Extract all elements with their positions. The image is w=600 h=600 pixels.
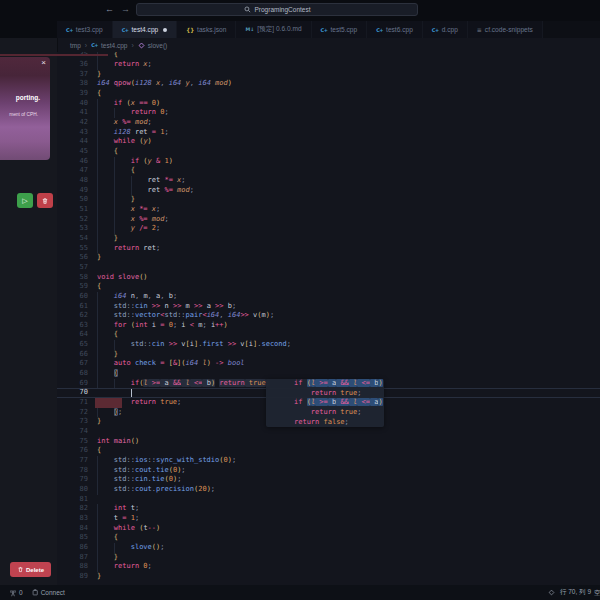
code-line[interactable]: 49 ret %= mod; [57,186,600,196]
back-arrow-icon[interactable]: ← [105,2,114,16]
code-line[interactable]: 43 i128 ret = 1; [57,128,600,138]
play-icon: ▷ [22,197,27,205]
code-line[interactable]: 38i64 qpow(i128 x, i64 y, i64 mod) [57,79,600,89]
code-line[interactable]: 59{ [57,282,600,292]
tab-cf.code-snippets[interactable]: ≡cf.code-snippets [468,21,543,38]
code-line[interactable]: 41 return 0; [57,108,600,118]
code-line[interactable]: 89} [57,572,600,582]
code-line[interactable]: 76{ [57,446,600,456]
command-center-search[interactable]: ProgramingContest [136,3,418,16]
code-line[interactable]: 48 ret *= x; [57,176,600,186]
code-line[interactable]: 88 return 0; [57,562,600,572]
line-number: 70 [57,388,88,398]
line-number: 49 [57,186,88,196]
code-line[interactable]: 35 { [57,52,600,60]
ports-indicator[interactable]: 0 [9,589,23,597]
code-line[interactable]: 46 if (y & 1) [57,157,600,167]
code-line[interactable]: 64 { [57,330,600,340]
tab-test5.cpp[interactable]: C+test5.cpp [312,21,368,38]
breadcrumb-item[interactable]: tmp [70,42,81,49]
code-line[interactable]: 39{ [57,89,600,99]
tab-d.cpp[interactable]: C+d.cpp [423,21,468,38]
code-line[interactable]: 42 x %= mod; [57,118,600,128]
code-line[interactable]: 51 x *= x; [57,205,600,215]
code-line[interactable]: 78 std::cout.tie(0); [57,466,600,476]
tab-tasks.json[interactable]: {}tasks.json [177,21,236,38]
code-line[interactable]: 65 std::cin >> v[i].first >> v[i].second… [57,340,600,350]
code-line[interactable]: 57 [57,263,600,273]
code-line[interactable]: 40 if (x == 0) [57,99,600,109]
suggestion-line: return false; [294,418,384,428]
code-text: if(l >= a && l <= b) return true; [97,379,270,389]
code-line[interactable]: 68 { [57,369,600,379]
close-icon[interactable]: × [41,59,46,67]
code-line[interactable]: 66 } [57,350,600,360]
inline-suggestion-widget[interactable]: if (l >= a && l <= b) return true;if (l … [266,379,384,427]
feedback-icon[interactable] [548,589,555,596]
breadcrumb-item[interactable]: test4.cpp [101,42,127,49]
code-line[interactable]: 87 } [57,553,600,563]
code-line[interactable]: 84 while (t--) [57,524,600,534]
line-number: 61 [57,302,88,312]
code-line[interactable]: 74 [57,427,600,437]
search-text: ProgramingContest [255,6,311,13]
code-line[interactable]: 61 std::cin >> n >> m >> a >> b; [57,302,600,312]
code-text: if (y & 1) [97,157,173,167]
line-number: 89 [57,572,88,582]
forward-arrow-icon[interactable]: → [121,2,130,16]
line-number: 38 [57,79,88,89]
modified-dot-icon[interactable] [163,28,167,32]
code-line[interactable]: 45 { [57,147,600,157]
code-line[interactable]: 81 [57,495,600,505]
line-number: 65 [57,340,88,350]
ports-count: 0 [19,589,23,596]
code-line[interactable]: 77 std::ios::sync_with_stdio(0); [57,456,600,466]
code-line[interactable]: 37} [57,70,600,80]
code-line[interactable]: 60 i64 n, m, a, b; [57,292,600,302]
code-line[interactable]: 44 while (y) [57,137,600,147]
tab-test3.cpp[interactable]: C+test3.cpp [57,21,113,38]
delete-button[interactable]: Delete [10,562,51,577]
code-line[interactable]: 36 return x; [57,60,600,70]
cpp-file-icon: C+ [91,42,98,48]
code-line[interactable]: 82 int t; [57,504,600,514]
tab-label: test5.cpp [330,26,357,33]
code-line[interactable]: 75int main() [57,437,600,447]
code-line[interactable]: 52 x %= mod; [57,215,600,225]
code-line[interactable]: 50 } [57,195,600,205]
code-line[interactable]: 83 t = 1; [57,514,600,524]
tab-test4.cpp[interactable]: C+test4.cpp [113,21,178,38]
code-line[interactable]: 53 y /= 2; [57,224,600,234]
code-line[interactable]: 55 return ret; [57,244,600,254]
breadcrumb-item[interactable]: slove() [148,42,168,49]
code-line[interactable]: 86 slove(); [57,543,600,553]
line-number: 79 [57,475,88,485]
code-editor[interactable]: 35 {36 return x;37}38i64 qpow(i128 x, i6… [57,52,600,585]
delete-testcase-button[interactable] [37,193,53,208]
code-line[interactable]: 85 { [57,533,600,543]
suggestion-line: return true; [294,408,384,418]
cpp-file-icon: C+ [122,27,129,33]
code-line[interactable]: 54 } [57,234,600,244]
cursor-position[interactable]: 行 70, 列 9 [560,588,591,597]
run-button[interactable]: ▷ [17,193,33,208]
code-line[interactable]: 56} [57,253,600,263]
line-number: 40 [57,99,88,109]
line-number: 63 [57,321,88,331]
connect-button[interactable]: Connect [32,589,65,596]
code-line[interactable]: 67 auto check = [&](i64 l) -> bool [57,359,600,369]
code-line[interactable]: 62 std::vector<std::pair<i64, i64>> v(m)… [57,311,600,321]
trash-icon [41,197,49,205]
code-line[interactable]: 63 for (int i = 0; i < m; i++) [57,321,600,331]
tab--0.6.0.md[interactable]: M↓[预定] 0.6.0.md [236,21,311,38]
code-line[interactable]: 58void slove() [57,273,600,283]
code-text: int t; [97,504,139,514]
cpp-file-icon: C+ [66,27,73,33]
tab-bar: C+test3.cppC+test4.cpp{}tasks.jsonM↓[预定]… [57,21,600,38]
tab-test6.cpp[interactable]: C+test6.cpp [367,21,423,38]
code-line[interactable]: 47 { [57,166,600,176]
indent-info[interactable]: 空格: 4 [594,585,600,600]
code-line[interactable]: 79 std::cin.tie(0); [57,475,600,485]
code-line[interactable]: 80 std::cout.precision(20); [57,485,600,495]
code-text: { [97,446,101,456]
